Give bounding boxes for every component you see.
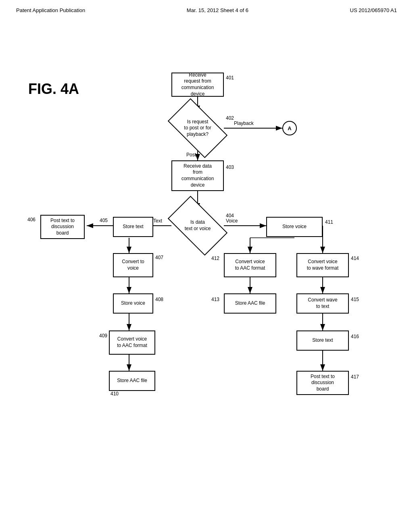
node-403: Receive data from communication device bbox=[171, 160, 224, 191]
node-416: Store text bbox=[296, 330, 349, 351]
node-413: Store AAC file bbox=[224, 293, 276, 314]
diagram-area: Post Playback Text Voice Receive request… bbox=[0, 52, 413, 528]
label-415: 415 bbox=[351, 297, 359, 302]
label-404: 404 bbox=[226, 213, 234, 218]
node-415: Convert wave to text bbox=[296, 293, 349, 314]
node-402: Is requestto post or forplayback? bbox=[171, 112, 224, 144]
svg-text:Text: Text bbox=[153, 218, 163, 224]
node-410: Store AAC file bbox=[109, 371, 155, 391]
header-left: Patent Application Publication bbox=[16, 7, 85, 13]
node-412: Convert voice to AAC format bbox=[224, 253, 276, 277]
node-417: Post text to discussion board bbox=[296, 371, 349, 395]
header-center: Mar. 15, 2012 Sheet 4 of 6 bbox=[187, 7, 248, 13]
label-412: 412 bbox=[211, 256, 219, 261]
label-405: 405 bbox=[100, 218, 108, 223]
label-416: 416 bbox=[351, 334, 359, 339]
svg-text:Voice: Voice bbox=[226, 218, 238, 224]
node-401: Receive request from communication devic… bbox=[171, 73, 224, 97]
label-407: 407 bbox=[155, 255, 163, 260]
svg-text:Playback: Playback bbox=[234, 121, 254, 126]
label-409: 409 bbox=[99, 333, 107, 339]
label-413: 413 bbox=[211, 297, 219, 302]
label-408: 408 bbox=[155, 297, 163, 302]
node-405: Store text bbox=[113, 217, 153, 237]
node-404: Is datatext or voice bbox=[171, 210, 224, 242]
svg-text:Post: Post bbox=[186, 152, 196, 158]
label-406: 406 bbox=[27, 217, 35, 222]
label-411: 411 bbox=[325, 219, 333, 225]
node-408: Store voice bbox=[113, 293, 153, 314]
page-header: Patent Application Publication Mar. 15, … bbox=[0, 0, 413, 13]
node-411: Store voice bbox=[266, 217, 323, 237]
label-403: 403 bbox=[226, 164, 234, 170]
label-401: 401 bbox=[226, 75, 234, 81]
label-414: 414 bbox=[351, 256, 359, 261]
node-406: Post text to discussion board bbox=[40, 215, 85, 239]
header-right: US 2012/065970 A1 bbox=[350, 7, 397, 13]
node-407: Convert to voice bbox=[113, 253, 153, 277]
node-409: Convert voice to AAC format bbox=[109, 330, 155, 355]
label-410: 410 bbox=[111, 391, 119, 397]
label-417: 417 bbox=[351, 374, 359, 380]
label-402: 402 bbox=[226, 115, 234, 121]
node-414: Convert voice to wave format bbox=[296, 253, 349, 277]
node-A: A bbox=[282, 121, 297, 135]
